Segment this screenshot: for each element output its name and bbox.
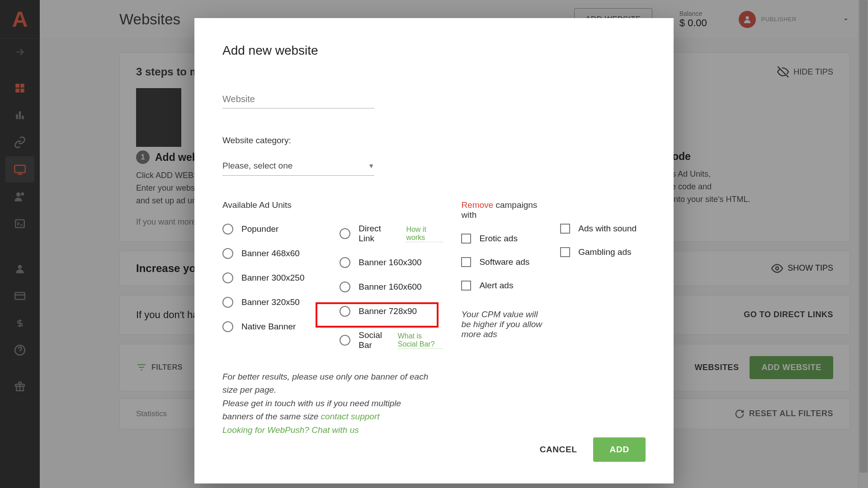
radio-banner-468x60[interactable]: Banner 468x60 <box>222 248 326 259</box>
check-software-ads[interactable]: Software ads <box>461 257 547 267</box>
hints-block: For better results, please use only one … <box>222 370 430 436</box>
radio-label: Banner 320x50 <box>241 297 300 307</box>
radio-label: Banner 728x90 <box>359 306 417 316</box>
radio-label: Direct Link <box>359 224 395 244</box>
available-ad-units-label: Available Ad Units <box>222 200 326 210</box>
check-label: Software ads <box>479 257 529 267</box>
radio-banner-300x250[interactable]: Banner 300x250 <box>222 272 326 283</box>
add-website-modal: Add new website Website category: Please… <box>194 18 674 483</box>
radio-label: Popunder <box>241 224 278 234</box>
radio-native-banner[interactable]: Native Banner <box>222 321 326 332</box>
radio-banner-160x300[interactable]: Banner 160x300 <box>340 257 443 268</box>
category-select[interactable]: Please, select one ▼ <box>222 161 374 176</box>
radio-popunder[interactable]: Popunder <box>222 224 326 235</box>
social-bar-what-link[interactable]: What is Social Bar? <box>398 332 443 349</box>
webpush-chat-link[interactable]: Looking for WebPush? Chat with us <box>222 425 359 435</box>
radio-banner-160x600[interactable]: Banner 160x600 <box>340 282 443 292</box>
hint-1: For better results, please use only one … <box>222 370 430 397</box>
direct-link-how-link[interactable]: How it works <box>406 225 443 242</box>
check-erotic-ads[interactable]: Erotic ads <box>461 234 547 244</box>
category-value: Please, select one <box>222 161 292 171</box>
cpm-note: Your CPM value will be higher if you all… <box>461 310 547 339</box>
radio-label: Banner 160x300 <box>359 258 421 267</box>
check-label: Erotic ads <box>479 234 517 244</box>
check-alert-ads[interactable]: Alert ads <box>461 281 547 291</box>
check-label: Ads with sound <box>578 224 637 234</box>
radio-label: Banner 160x600 <box>359 282 421 292</box>
radio-label: Native Banner <box>241 322 296 332</box>
radio-banner-320x50[interactable]: Banner 320x50 <box>222 297 326 308</box>
cancel-button[interactable]: CANCEL <box>535 438 582 461</box>
radio-label: Banner 300x250 <box>241 273 304 283</box>
modal-title: Add new website <box>222 43 646 58</box>
website-field[interactable] <box>222 94 374 108</box>
radio-social-bar[interactable]: Social BarWhat is Social Bar? <box>340 330 443 350</box>
chevron-down-icon: ▼ <box>368 162 374 169</box>
check-ads-with-sound[interactable]: Ads with sound <box>560 224 646 234</box>
check-label: Gambling ads <box>578 247 631 257</box>
remove-word: Remove <box>461 200 493 210</box>
radio-banner-728x90[interactable]: Banner 728x90 <box>340 306 443 317</box>
contact-support-link[interactable]: contact support <box>321 412 380 421</box>
hint-2: Please get in touch with us if you need … <box>222 397 430 423</box>
website-input[interactable] <box>222 94 374 104</box>
check-gambling-ads[interactable]: Gambling ads <box>560 247 646 257</box>
check-label: Alert ads <box>479 281 513 291</box>
radio-label: Banner 468x60 <box>241 249 300 258</box>
radio-label: Social Bar <box>359 330 387 350</box>
remove-campaigns-label: Remove campaigns with <box>461 200 547 220</box>
category-label: Website category: <box>222 136 646 145</box>
radio-direct-link[interactable]: Direct LinkHow it works <box>340 224 443 244</box>
add-button[interactable]: ADD <box>593 437 646 462</box>
